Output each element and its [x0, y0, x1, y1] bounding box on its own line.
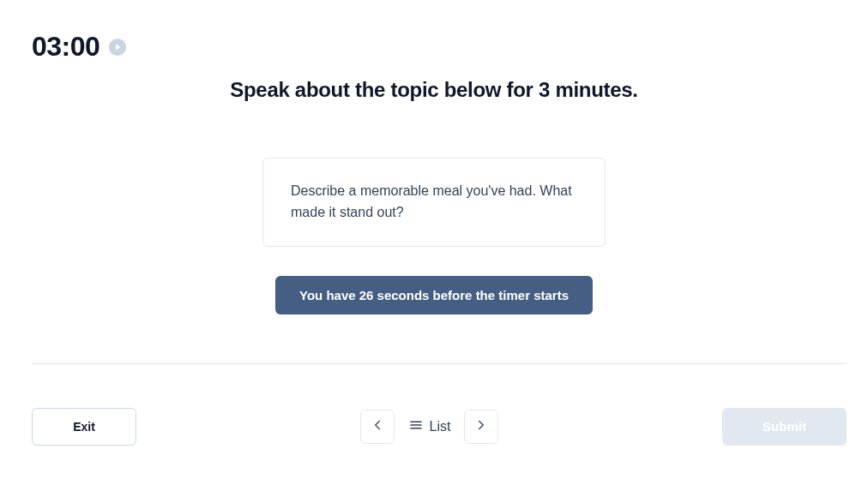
list-icon — [408, 417, 424, 436]
list-button[interactable]: List — [405, 412, 455, 441]
nav-group: List — [360, 410, 499, 444]
prev-button[interactable] — [360, 410, 395, 444]
exit-button[interactable]: Exit — [32, 408, 136, 446]
play-icon[interactable] — [108, 38, 127, 57]
footer: Exit List — [32, 407, 847, 446]
instruction-heading: Speak about the topic below for 3 minute… — [0, 78, 868, 102]
submit-button[interactable]: Submit — [722, 408, 847, 446]
chevron-right-icon — [473, 417, 489, 435]
timer-row: 03:00 — [32, 31, 127, 63]
chevron-left-icon — [370, 417, 385, 435]
divider — [32, 363, 847, 364]
list-label: List — [430, 419, 451, 434]
topic-prompt: Describe a memorable meal you've had. Wh… — [291, 181, 577, 224]
next-button[interactable] — [464, 410, 498, 444]
countdown-banner: You have 26 seconds before the timer sta… — [275, 276, 593, 314]
topic-card: Describe a memorable meal you've had. Wh… — [262, 158, 606, 247]
timer-value: 03:00 — [32, 31, 99, 63]
